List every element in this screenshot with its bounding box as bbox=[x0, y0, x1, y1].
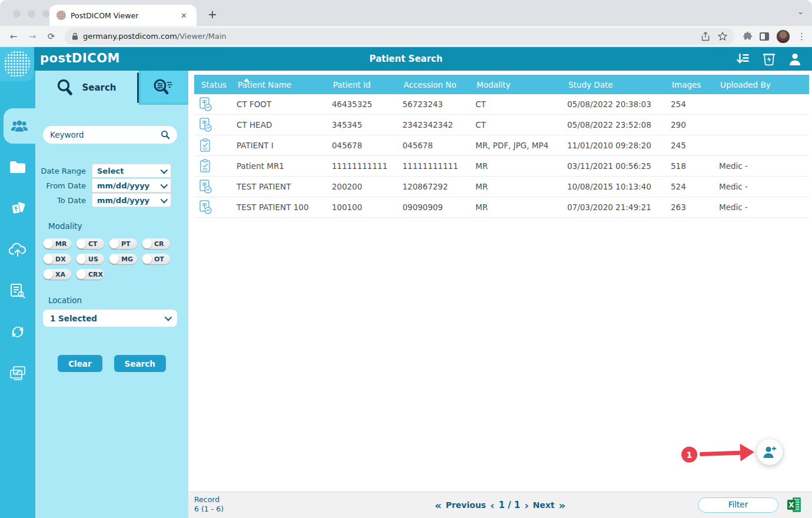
profile-avatar[interactable] bbox=[776, 29, 790, 44]
col-status[interactable]: Status bbox=[194, 80, 237, 89]
browser-menu-icon[interactable]: ⋮ bbox=[797, 31, 806, 42]
accession-cell: 56723243 bbox=[402, 99, 475, 109]
modality-toggle-ot[interactable]: OT bbox=[142, 254, 170, 264]
modality-label: Modality bbox=[48, 221, 82, 231]
tab-title: PostDICOM Viewer bbox=[71, 11, 174, 20]
patient-name-cell: Patient MR1 bbox=[237, 161, 332, 171]
search-panel: Search Date Range Select From Date mm/ bbox=[35, 71, 188, 518]
modality-toggle-ct[interactable]: CT bbox=[76, 238, 104, 249]
keyword-search-field[interactable] bbox=[43, 126, 177, 144]
nav-dicom-images[interactable] bbox=[0, 191, 35, 226]
folder-icon bbox=[9, 160, 26, 174]
col-uploaded-by[interactable]: Uploaded By bbox=[719, 80, 809, 89]
tab-advanced-search[interactable] bbox=[139, 71, 188, 105]
back-button[interactable]: ← bbox=[6, 29, 21, 44]
sort-order-icon[interactable] bbox=[736, 52, 750, 65]
nav-folders[interactable] bbox=[0, 150, 35, 185]
browser-tab[interactable]: PostDICOM Viewer ✕ bbox=[49, 5, 197, 26]
modality-toggle-dx[interactable]: DX bbox=[43, 254, 71, 264]
col-accession-no[interactable]: Accession No bbox=[402, 80, 475, 89]
keyword-search-icon[interactable] bbox=[161, 130, 170, 140]
date-range-select[interactable]: Select bbox=[92, 164, 171, 178]
results-footer: Record 6 (1 - 6) « Previous ‹ 1 / 1 › Ne… bbox=[188, 492, 812, 518]
col-patient-id[interactable]: Patient Id bbox=[332, 80, 402, 89]
table-row[interactable]: CT FOOT 46435325 56723243 CT 05/08/2022 … bbox=[194, 94, 809, 115]
accession-cell: 2342342342 bbox=[402, 120, 475, 130]
modality-toggle-us[interactable]: US bbox=[76, 254, 104, 264]
study-date-cell: 11/01/2010 09:28:20 bbox=[567, 141, 671, 150]
modality-toggle-pt[interactable]: PT bbox=[109, 238, 137, 249]
nav-patient-search[interactable] bbox=[4, 108, 35, 144]
modality-toggle-crx[interactable]: CRX bbox=[76, 269, 104, 280]
window-controls[interactable] bbox=[13, 10, 50, 18]
uploaded-by-cell: Medic - bbox=[719, 161, 809, 171]
col-patient-name[interactable]: Patient Name bbox=[237, 80, 332, 89]
report-check-status-icon bbox=[194, 117, 237, 132]
filter-button[interactable]: Filter bbox=[698, 497, 778, 513]
table-row[interactable]: CT HEAD 345345 2342342342 CT 05/08/2022 … bbox=[194, 115, 809, 135]
tab-basic-search[interactable]: Search bbox=[35, 71, 137, 105]
patient-name-cell: TEST PATIENT 100 bbox=[237, 202, 332, 212]
url-text[interactable]: germany.postdicom.com/Viewer/Main bbox=[83, 32, 697, 41]
from-date-label: From Date bbox=[35, 181, 92, 190]
modality-toggle-mg[interactable]: MG bbox=[109, 254, 137, 264]
nav-remote-transfer[interactable] bbox=[0, 356, 35, 391]
reload-button[interactable]: ⟳ bbox=[44, 29, 59, 44]
share-icon[interactable] bbox=[701, 32, 710, 41]
user-account-icon[interactable] bbox=[788, 52, 801, 66]
first-page-icon[interactable]: « bbox=[435, 499, 442, 512]
recycle-bin-icon[interactable] bbox=[763, 52, 776, 66]
modality-cell: CT bbox=[475, 120, 567, 130]
previous-page-button[interactable]: Previous bbox=[445, 500, 486, 510]
to-date-select[interactable]: mm/dd/yyyy bbox=[92, 193, 171, 207]
tab-strip-chevron-icon[interactable]: ⌄ bbox=[797, 7, 804, 16]
table-row[interactable]: TEST PATIENT 100 100100 09090909 MR 07/0… bbox=[194, 197, 809, 218]
forward-button[interactable]: → bbox=[25, 29, 40, 44]
from-date-select[interactable]: mm/dd/yyyy bbox=[92, 178, 171, 192]
screen: PostDICOM Viewer ✕ + ⌄ ← → ⟳ germany.pos… bbox=[0, 0, 812, 518]
step-badge: 1 bbox=[681, 446, 698, 463]
next-page-button[interactable]: Next bbox=[533, 500, 555, 510]
modality-toggle-mr[interactable]: MR bbox=[43, 238, 71, 249]
svg-text:X: X bbox=[788, 501, 794, 509]
patient-name-cell: TEST PATIENT bbox=[237, 182, 332, 191]
left-nav-rail bbox=[0, 71, 35, 518]
location-select[interactable]: 1 Selected bbox=[43, 310, 177, 327]
prev-chevron-icon[interactable]: ‹ bbox=[490, 499, 494, 512]
address-bar[interactable]: germany.postdicom.com/Viewer/Main bbox=[65, 28, 734, 45]
toggle-knob bbox=[142, 239, 152, 248]
keyword-input[interactable] bbox=[50, 130, 161, 140]
location-label: Location bbox=[48, 295, 82, 305]
table-row[interactable]: Patient MR1 11111111111 11111111111 MR 0… bbox=[194, 156, 809, 177]
extensions-puzzle-icon[interactable] bbox=[743, 31, 753, 41]
nav-worklist[interactable] bbox=[0, 273, 35, 308]
bookmark-star-icon[interactable] bbox=[718, 32, 727, 41]
modality-cell: MR bbox=[475, 182, 567, 191]
col-study-date[interactable]: Study Date bbox=[567, 80, 671, 89]
add-patient-button[interactable] bbox=[757, 439, 783, 465]
col-modality[interactable]: Modality bbox=[475, 80, 567, 89]
date-range-label: Date Range bbox=[35, 167, 92, 175]
export-excel-icon[interactable]: X bbox=[787, 497, 801, 513]
next-chevron-icon[interactable]: › bbox=[524, 499, 528, 512]
nav-upload[interactable] bbox=[0, 232, 35, 267]
accession-cell: 120867292 bbox=[402, 182, 475, 191]
nav-sync[interactable] bbox=[0, 314, 35, 350]
last-page-icon[interactable]: » bbox=[559, 499, 566, 512]
close-window-button[interactable] bbox=[13, 10, 21, 18]
table-row[interactable]: PATIENT I 045678 045678 MR, PDF, JPG, MP… bbox=[194, 135, 809, 156]
table-row[interactable]: TEST PATIENT 200200 120867292 MR 10/08/2… bbox=[194, 177, 809, 197]
clear-button[interactable]: Clear bbox=[58, 355, 102, 372]
minimize-window-button[interactable] bbox=[28, 10, 35, 18]
postdicom-brain-logo bbox=[0, 47, 34, 81]
side-panel-icon[interactable] bbox=[760, 32, 769, 41]
modality-toggle-cr[interactable]: CR bbox=[142, 238, 170, 249]
new-tab-button[interactable]: + bbox=[205, 7, 220, 22]
study-date-cell: 05/08/2022 23:52:08 bbox=[567, 120, 671, 130]
clipboard-check-status-icon bbox=[194, 158, 237, 174]
search-button[interactable]: Search bbox=[114, 355, 166, 372]
tab-close-icon[interactable]: ✕ bbox=[178, 10, 189, 21]
images-cell: 263 bbox=[671, 202, 719, 212]
modality-toggle-xa[interactable]: XA bbox=[43, 269, 71, 280]
col-images[interactable]: Images bbox=[671, 80, 719, 89]
